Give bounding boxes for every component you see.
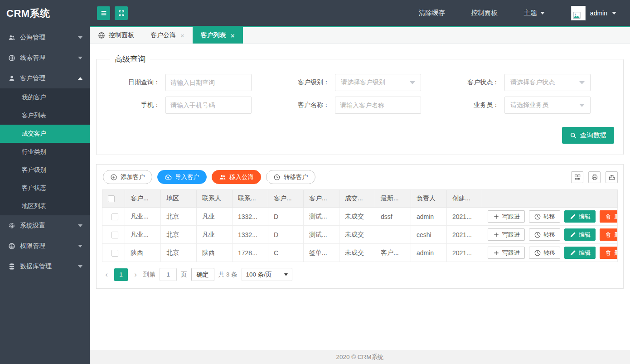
advanced-query-panel: 高级查询 日期查询：客户级别：请选择客户级别客户状态：请选择客户状态手机：客户名… <box>96 54 624 155</box>
sidebar-subitem-region-list[interactable]: 地区列表 <box>0 197 90 215</box>
chevron-down-icon <box>579 81 585 84</box>
print-button[interactable] <box>588 171 601 183</box>
sidebar-subitem-customer-status[interactable]: 客户状态 <box>0 179 90 197</box>
sidebar-item-database[interactable]: 数据库管理 <box>0 256 90 277</box>
date-input[interactable] <box>165 74 252 91</box>
row-checkbox[interactable] <box>111 232 118 238</box>
name-input[interactable] <box>335 97 421 114</box>
clock-icon <box>534 249 541 257</box>
globe-grid-icon <box>8 243 15 250</box>
select-all-checkbox[interactable] <box>108 195 115 202</box>
query-field-phone: 手机： <box>106 95 275 115</box>
goto-label: 到第 <box>143 271 155 279</box>
fullscreen-button[interactable] <box>115 6 128 20</box>
tab-bar: 控制面板客户公海×客户列表× <box>90 27 630 44</box>
table-body: 凡业...北京凡业1332...D测试...未成交dssfadmin2021..… <box>102 208 618 262</box>
table-cell: 北京 <box>161 226 197 244</box>
table-cell: admin <box>411 208 447 226</box>
total-count-label: 共 3 条 <box>218 271 237 279</box>
tab-label: 控制面板 <box>109 31 134 39</box>
chevron-down-icon <box>284 273 288 276</box>
collapse-menu-button[interactable] <box>97 6 110 20</box>
delete-button[interactable]: 删除 <box>600 210 618 223</box>
page-size-select[interactable]: 100 条/页 <box>242 268 292 281</box>
pagination: ‹ 1 › 到第 页 确定 共 3 条 100 条/页 <box>102 262 618 286</box>
salesman-select[interactable]: 请选择业务员 <box>504 97 591 114</box>
table-cell: 2021... <box>447 226 482 244</box>
button-label: 添加客户 <box>121 173 145 181</box>
sidebar-item-label: 线索管理 <box>20 54 78 62</box>
write-followup-button[interactable]: 写跟进 <box>488 228 525 241</box>
toolbar-right-icons <box>571 171 618 183</box>
page-number-input[interactable] <box>160 268 177 281</box>
write-followup-button[interactable]: 写跟进 <box>488 210 525 223</box>
user-menu[interactable]: admin <box>571 6 616 20</box>
row-checkbox[interactable] <box>111 214 118 220</box>
add-customer-button[interactable]: 添加客户 <box>103 170 152 184</box>
query-data-button[interactable]: 查询数据 <box>562 127 614 144</box>
row-checkbox[interactable] <box>111 250 118 257</box>
sidebar-item-system-settings[interactable]: 系统设置 <box>0 215 90 236</box>
sidebar-item-public-sea[interactable]: 公海管理 <box>0 27 90 48</box>
sidebar-item-label: 客户管理 <box>20 74 78 83</box>
current-page[interactable]: 1 <box>114 268 128 281</box>
sidebar-item-leads[interactable]: 线索管理 <box>0 48 90 68</box>
tab-customer-sea[interactable]: 客户公海× <box>142 27 193 44</box>
search-icon <box>570 132 577 139</box>
sidebar-subitem-customer-level[interactable]: 客户级别 <box>0 161 90 179</box>
table-cell: 未成交 <box>339 208 375 226</box>
action-label: 转移 <box>543 249 555 257</box>
table-cell <box>375 226 411 244</box>
edit-button[interactable]: 编辑 <box>564 210 596 223</box>
plus-icon <box>493 213 500 220</box>
table-cell: 测试... <box>304 208 339 226</box>
import-customer-button[interactable]: 导入客户 <box>157 170 207 184</box>
sidebar-subitem-deal-customers[interactable]: 成交客户 <box>0 125 90 143</box>
sidebar-item-customers[interactable]: 客户管理 <box>0 68 90 88</box>
sidebar-subitem-industry-category[interactable]: 行业类别 <box>0 143 90 161</box>
level-select[interactable]: 请选择客户级别 <box>335 74 421 91</box>
export-button[interactable] <box>606 171 618 183</box>
transfer-button[interactable]: 转移 <box>529 228 560 241</box>
move-to-sea-button[interactable]: 移入公海 <box>212 170 261 184</box>
tab-customer-list[interactable]: 客户列表× <box>193 27 243 44</box>
control-panel-link[interactable]: 控制面板 <box>471 9 498 17</box>
users-icon <box>8 34 15 41</box>
columns-icon <box>574 174 581 181</box>
sidebar-subitem-customer-list[interactable]: 客户列表 <box>0 107 90 125</box>
table-cell: 凡业... <box>125 208 161 226</box>
table-cell: 北京 <box>161 244 197 262</box>
sidebar-subitem-my-customers[interactable]: 我的客户 <box>0 88 90 107</box>
sidebar-item-permissions[interactable]: 权限管理 <box>0 236 90 256</box>
close-icon[interactable]: × <box>231 32 235 39</box>
columns-button[interactable] <box>571 171 583 183</box>
table-row: 陕西北京陕西1728...C签单...未成交客户...admin2021...写… <box>102 244 618 262</box>
username: admin <box>590 10 607 17</box>
prev-page-button[interactable]: ‹ <box>103 271 110 278</box>
cloud-upload-icon <box>165 174 172 181</box>
edit-button[interactable]: 编辑 <box>564 228 596 241</box>
delete-button[interactable]: 删除 <box>600 247 618 259</box>
next-page-button[interactable]: › <box>132 271 139 278</box>
button-label: 导入客户 <box>175 173 199 181</box>
select-placeholder: 请选择客户状态 <box>510 78 555 87</box>
field-label: 手机： <box>106 101 165 109</box>
transfer-customer-button[interactable]: 转移客户 <box>266 170 315 184</box>
table-cell: D <box>268 226 304 244</box>
confirm-page-button[interactable]: 确定 <box>191 268 214 281</box>
clear-cache-link[interactable]: 清除缓存 <box>419 9 445 17</box>
delete-button[interactable]: 删除 <box>600 228 618 241</box>
transfer-button[interactable]: 转移 <box>529 247 560 259</box>
query-field-level: 客户级别：请选择客户级别 <box>275 73 445 92</box>
phone-input[interactable] <box>165 97 252 114</box>
app-root: CRM系统 公海管理线索管理客户管理我的客户客户列表成交客户行业类别客户级别客户… <box>0 0 630 364</box>
edit-button[interactable]: 编辑 <box>564 247 596 259</box>
database-icon <box>8 263 15 270</box>
tab-control-panel[interactable]: 控制面板 <box>90 27 142 44</box>
status-select[interactable]: 请选择客户状态 <box>504 74 591 91</box>
close-icon[interactable]: × <box>180 32 184 39</box>
theme-dropdown[interactable]: 主题 <box>524 9 545 17</box>
write-followup-button[interactable]: 写跟进 <box>488 247 525 259</box>
chevron-down-icon <box>78 36 82 39</box>
transfer-button[interactable]: 转移 <box>529 210 560 223</box>
